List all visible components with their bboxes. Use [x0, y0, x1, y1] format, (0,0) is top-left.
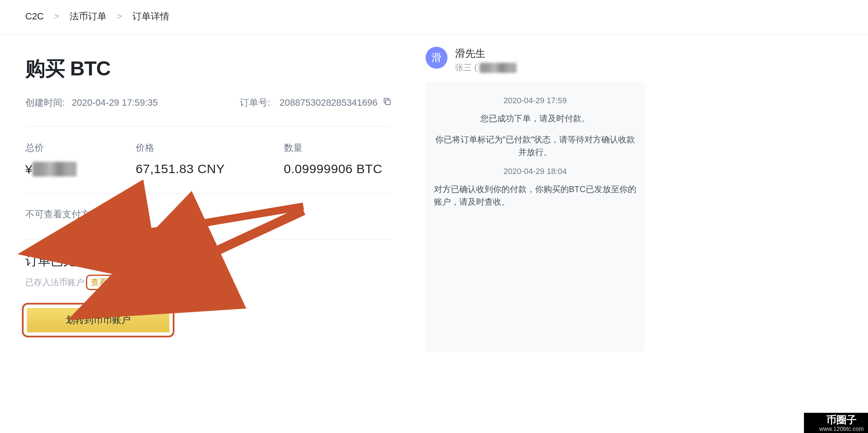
unit-price-label: 价格 — [136, 142, 225, 154]
created-time-value: 2020-04-29 17:59:35 — [72, 97, 158, 108]
watermark-brand: 币圈子 — [826, 414, 857, 425]
breadcrumb-mid[interactable]: 法币订单 — [70, 10, 107, 23]
total-price-value: ¥▮▮▮▮▮2 — [25, 162, 77, 176]
chat-message: 你已将订单标记为"已付款"状态，请等待对方确认收款并放行。 — [433, 133, 637, 158]
breadcrumb-root[interactable]: C2C — [25, 11, 44, 22]
view-assets-link[interactable]: 查看资产 — [86, 275, 129, 290]
watermark: 币圈子 www.120btc.com — [804, 413, 868, 433]
created-time-label: 创建时间: — [25, 97, 65, 108]
seller-sub-masked: ▮▮▮▮▮▮▮▮ — [480, 63, 517, 73]
chat-message: 您已成功下单，请及时付款。 — [433, 112, 637, 125]
order-complete-section: 订单已完成 已存入法币账户 查看资产 划转到币币账户 — [25, 240, 392, 337]
total-price-label: 总价 — [25, 142, 77, 154]
watermark-url: www.120btc.com — [819, 426, 864, 432]
copy-icon[interactable] — [383, 97, 392, 109]
chat-timestamp: 2020-04-29 18:04 — [433, 167, 637, 176]
payment-method-note: 不可查看支付方式 — [25, 193, 392, 240]
breadcrumb-separator: > — [54, 11, 59, 22]
avatar: 滑 — [426, 47, 447, 69]
quantity-value: 0.09999906 BTC — [284, 162, 383, 176]
chat-timestamp: 2020-04-29 17:59 — [433, 96, 637, 105]
transfer-to-spot-button[interactable]: 划转到币币账户 — [27, 308, 169, 332]
breadcrumb-leaf: 订单详情 — [132, 10, 169, 23]
chat-body: 2020-04-29 17:59 您已成功下单，请及时付款。 你已将订单标记为"… — [426, 82, 645, 351]
transfer-button-highlight: 划转到币币账户 — [22, 303, 174, 337]
order-number-label: 订单号: — [240, 96, 270, 109]
breadcrumb-separator: > — [117, 11, 122, 22]
chat-panel: 滑 滑先生 张三 ( ▮▮▮▮▮▮▮▮ 2020-04-29 17:59 您已成… — [426, 43, 645, 351]
quantity-label: 数量 — [284, 142, 383, 154]
seller-subtext: 张三 ( — [455, 62, 477, 73]
unit-price-value: 67,151.83 CNY — [136, 162, 225, 176]
seller-name: 滑先生 — [455, 47, 517, 60]
order-number-value: 208875302828534169​6 — [280, 97, 378, 108]
svg-rect-0 — [386, 100, 390, 104]
chat-message: 对方已确认收到你的付款，你购买的BTC已发放至你的账户，请及时查收。 — [433, 183, 637, 208]
page-title: 购买 BTC — [25, 55, 392, 82]
order-complete-heading: 订单已完成 — [25, 252, 392, 270]
deposited-text: 已存入法币账户 — [25, 277, 84, 288]
order-meta: 创建时间: 2020-04-29 17:59:35 订单号: 208875302… — [25, 96, 392, 126]
breadcrumb: C2C > 法币订单 > 订单详情 — [0, 0, 868, 35]
seller-card: 滑 滑先生 张三 ( ▮▮▮▮▮▮▮▮ — [426, 43, 645, 82]
order-main: 购买 BTC 创建时间: 2020-04-29 17:59:35 订单号: 20… — [25, 43, 405, 351]
order-stats: 总价 ¥▮▮▮▮▮2 价格 67,151.83 CNY 数量 0.0999990… — [25, 126, 392, 193]
